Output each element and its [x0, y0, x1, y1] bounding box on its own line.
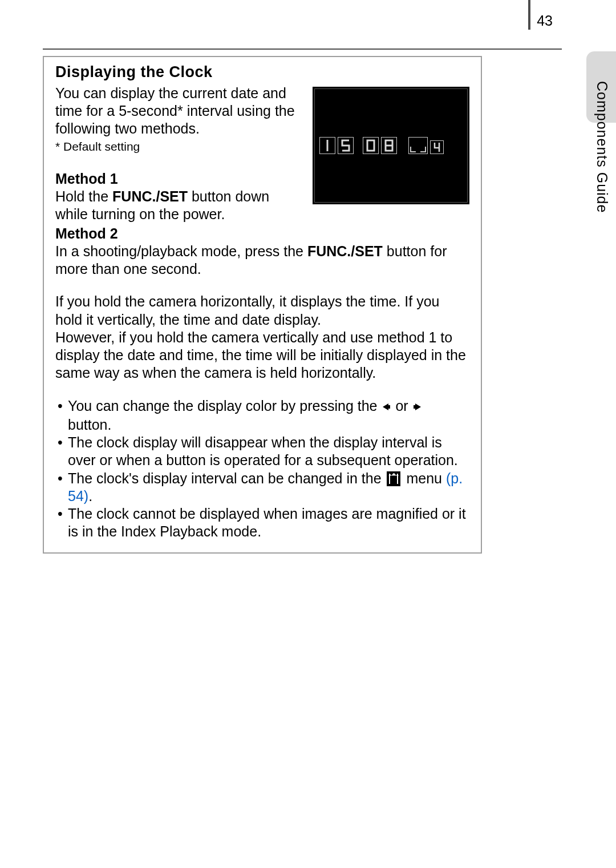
page-number: 43	[537, 13, 553, 29]
b1-post: button.	[68, 417, 111, 433]
header-rule	[43, 49, 562, 50]
note-disappear: The clock display will disappear when th…	[55, 434, 469, 470]
page-header: 43	[43, 0, 562, 49]
intro-text: You can display the current date and tim…	[55, 84, 301, 138]
digit-blank	[408, 137, 428, 154]
func-set-label: FUNC./SET	[112, 188, 188, 204]
orientation-para: If you hold the camera horizontally, it …	[55, 293, 469, 382]
digit-seconds	[430, 140, 444, 154]
clock-digits	[319, 137, 463, 154]
method2-heading: Method 2	[55, 225, 469, 243]
digit-5	[338, 137, 354, 154]
b3-post: menu	[406, 470, 445, 486]
b1-pre: You can change the display color by pres…	[68, 398, 381, 414]
footnote-default: * Default setting	[55, 139, 301, 154]
note-color-change: You can change the display color by pres…	[55, 397, 469, 434]
digit-8	[381, 137, 397, 154]
setup-menu-icon	[387, 471, 400, 486]
section-title: Displaying the Clock	[55, 63, 469, 82]
note-interval-menu: The clock's display interval can be chan…	[55, 470, 469, 506]
note-magnified: The clock cannot be displayed when image…	[55, 505, 469, 541]
header-divider	[528, 0, 530, 30]
b1-mid: or	[395, 398, 412, 414]
notes-list: You can change the display color by pres…	[55, 397, 469, 541]
method2-pre: In a shooting/playback mode, press the	[55, 243, 307, 259]
func-set-label-2: FUNC./SET	[307, 243, 383, 259]
section-panel: Displaying the Clock	[43, 56, 482, 554]
b3-end: .	[88, 488, 92, 504]
method1-pre: Hold the	[55, 188, 112, 204]
digit-0	[363, 137, 379, 154]
side-tab-label: Components Guide	[594, 81, 610, 213]
method1-heading: Method 1	[55, 170, 301, 188]
clock-display-figure	[313, 87, 469, 204]
digit-1	[319, 137, 335, 154]
method2-body: In a shooting/playback mode, press the F…	[55, 243, 469, 278]
svg-rect-0	[367, 140, 374, 151]
method1-body: Hold the FUNC./SET button down while tur…	[55, 188, 301, 224]
b3-pre: The clock's display interval can be chan…	[68, 470, 385, 486]
right-arrow-icon	[412, 398, 423, 416]
left-arrow-icon	[381, 398, 391, 416]
